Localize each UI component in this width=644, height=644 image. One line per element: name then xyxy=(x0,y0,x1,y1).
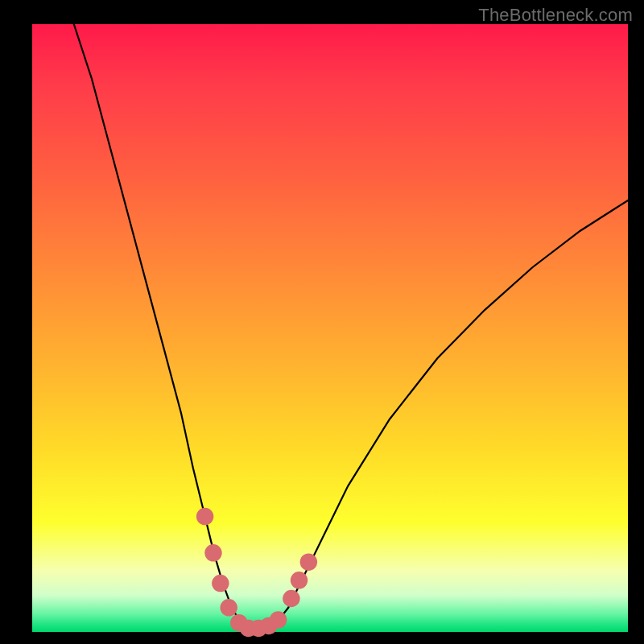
chart-svg xyxy=(32,24,628,632)
watermark-text: TheBottleneck.com xyxy=(478,5,633,26)
highlight-marker xyxy=(270,611,287,628)
bottleneck-curve xyxy=(74,24,628,629)
highlight-marker xyxy=(212,575,229,592)
highlight-marker xyxy=(291,572,308,588)
chart-plot-area xyxy=(32,24,628,632)
highlight-marker xyxy=(283,590,299,607)
highlight-marker xyxy=(196,508,213,525)
highlight-marker xyxy=(220,599,237,616)
highlight-marker xyxy=(204,544,221,561)
highlight-marker xyxy=(300,553,317,570)
curve-highlight-markers xyxy=(196,508,317,637)
